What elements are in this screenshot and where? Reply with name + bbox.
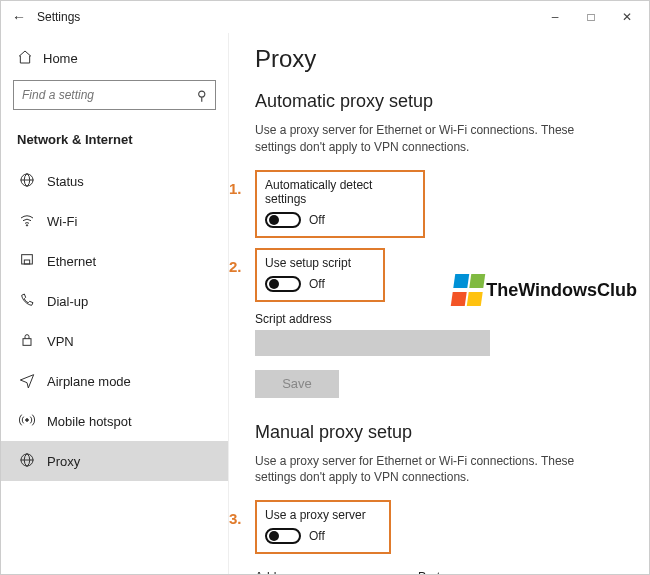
sidebar-item-label: Dial-up bbox=[47, 294, 88, 309]
sidebar: Home ⚲ Network & Internet Status Wi-Fi E… bbox=[1, 33, 229, 574]
sidebar-item-airplane[interactable]: Airplane mode bbox=[13, 361, 216, 401]
airplane-icon bbox=[19, 372, 35, 391]
annotation-2: 2. bbox=[229, 258, 242, 275]
home-icon bbox=[17, 49, 33, 68]
back-button[interactable]: ← bbox=[5, 9, 33, 25]
proxy-icon bbox=[19, 452, 35, 471]
sidebar-item-label: Proxy bbox=[47, 454, 80, 469]
windows-logo-icon bbox=[450, 273, 485, 307]
sidebar-item-label: VPN bbox=[47, 334, 74, 349]
auto-description: Use a proxy server for Ethernet or Wi-Fi… bbox=[255, 122, 615, 156]
save-button[interactable]: Save bbox=[255, 370, 339, 398]
setup-script-label: Use setup script bbox=[265, 256, 375, 270]
sidebar-item-vpn[interactable]: VPN bbox=[13, 321, 216, 361]
use-proxy-label: Use a proxy server bbox=[265, 508, 381, 522]
search-input[interactable] bbox=[22, 88, 197, 102]
sidebar-item-label: Ethernet bbox=[47, 254, 96, 269]
window-title: Settings bbox=[33, 10, 80, 24]
use-proxy-toggle[interactable] bbox=[265, 528, 301, 544]
home-link[interactable]: Home bbox=[13, 41, 216, 80]
status-icon bbox=[19, 172, 35, 191]
vpn-icon bbox=[19, 332, 35, 351]
search-box[interactable]: ⚲ bbox=[13, 80, 216, 110]
setup-script-group: 2. Use setup script Off bbox=[255, 248, 385, 302]
annotation-3: 3. bbox=[229, 510, 242, 527]
search-icon: ⚲ bbox=[197, 88, 207, 103]
svg-rect-4 bbox=[23, 338, 31, 345]
section-header: Network & Internet bbox=[13, 126, 216, 161]
auto-detect-state: Off bbox=[309, 213, 325, 227]
hotspot-icon bbox=[19, 412, 35, 431]
watermark-text: TheWindowsClub bbox=[486, 280, 637, 301]
script-address-input[interactable] bbox=[255, 330, 490, 356]
auto-detect-toggle[interactable] bbox=[265, 212, 301, 228]
sidebar-item-label: Mobile hotspot bbox=[47, 414, 132, 429]
sidebar-item-label: Wi-Fi bbox=[47, 214, 77, 229]
sidebar-item-dialup[interactable]: Dial-up bbox=[13, 281, 216, 321]
manual-description: Use a proxy server for Ethernet or Wi-Fi… bbox=[255, 453, 615, 487]
auto-heading: Automatic proxy setup bbox=[255, 91, 623, 112]
close-button[interactable]: ✕ bbox=[609, 10, 645, 24]
setup-script-toggle[interactable] bbox=[265, 276, 301, 292]
address-label: Address bbox=[255, 570, 400, 574]
page-title: Proxy bbox=[255, 45, 623, 73]
use-proxy-group: 3. Use a proxy server Off bbox=[255, 500, 391, 554]
svg-rect-2 bbox=[22, 254, 33, 263]
sidebar-item-label: Airplane mode bbox=[47, 374, 131, 389]
sidebar-item-ethernet[interactable]: Ethernet bbox=[13, 241, 216, 281]
svg-point-1 bbox=[26, 224, 27, 225]
ethernet-icon bbox=[19, 252, 35, 271]
svg-rect-3 bbox=[24, 260, 29, 264]
dialup-icon bbox=[19, 292, 35, 311]
use-proxy-state: Off bbox=[309, 529, 325, 543]
port-label: Port bbox=[418, 570, 488, 574]
maximize-button[interactable]: □ bbox=[573, 10, 609, 24]
title-bar: ← Settings – □ ✕ bbox=[1, 1, 649, 33]
script-address-label: Script address bbox=[255, 312, 623, 326]
sidebar-item-wifi[interactable]: Wi-Fi bbox=[13, 201, 216, 241]
minimize-button[interactable]: – bbox=[537, 10, 573, 24]
sidebar-item-label: Status bbox=[47, 174, 84, 189]
manual-heading: Manual proxy setup bbox=[255, 422, 623, 443]
watermark: TheWindowsClub bbox=[452, 273, 637, 307]
svg-point-5 bbox=[26, 418, 29, 421]
sidebar-item-status[interactable]: Status bbox=[13, 161, 216, 201]
auto-detect-group: 1. Automatically detect settings Off bbox=[255, 170, 425, 238]
annotation-1: 1. bbox=[229, 180, 242, 197]
setup-script-state: Off bbox=[309, 277, 325, 291]
sidebar-item-proxy[interactable]: Proxy bbox=[1, 441, 228, 481]
auto-detect-label: Automatically detect settings bbox=[265, 178, 415, 206]
wifi-icon bbox=[19, 212, 35, 231]
home-label: Home bbox=[43, 51, 78, 66]
sidebar-item-hotspot[interactable]: Mobile hotspot bbox=[13, 401, 216, 441]
